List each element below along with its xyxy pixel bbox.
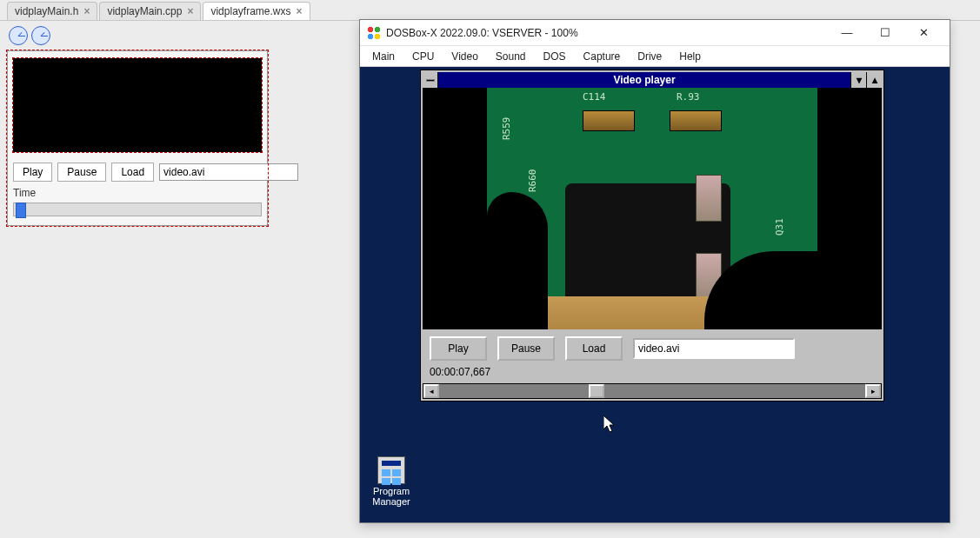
program-manager-icon[interactable]: Program Manager xyxy=(362,456,421,507)
tab-label: vidplayMain.h xyxy=(15,5,78,17)
ide-tab-strip: vidplayMain.h × vidplayMain.cpp × vidpla… xyxy=(0,0,980,21)
videoplayer-titlebar[interactable]: Video player ▾ ▴ xyxy=(423,72,882,88)
scroll-left-button[interactable]: ◂ xyxy=(423,384,439,398)
design-video-panel[interactable] xyxy=(13,58,262,152)
filename-input[interactable] xyxy=(159,163,298,181)
program-manager-glyph-icon xyxy=(377,456,405,484)
minimize-button[interactable]: ▾ xyxy=(850,72,866,88)
tab-label: vidplayMain.cpp xyxy=(107,5,182,17)
videoplayer-title-text: Video player xyxy=(438,74,850,86)
pcb-label: R.93 xyxy=(677,91,700,103)
close-button[interactable]: ✕ xyxy=(904,21,943,45)
icon-label: Manager xyxy=(362,496,421,507)
menu-help[interactable]: Help xyxy=(670,48,710,65)
maximize-button[interactable]: ☐ xyxy=(866,21,904,45)
dosbox-logo-icon xyxy=(367,26,381,40)
system-menu-button[interactable] xyxy=(423,72,438,88)
close-icon[interactable]: × xyxy=(187,5,193,17)
scroll-thumb[interactable] xyxy=(589,384,604,398)
videoplayer-controls: Play Pause Load xyxy=(423,329,882,364)
menu-dos[interactable]: DOS xyxy=(535,48,575,65)
time-label: Time xyxy=(13,187,262,199)
scroll-track[interactable] xyxy=(439,384,865,398)
dosbox-title-text: DOSBox-X 2022.09.0: VSERVER - 100% xyxy=(386,27,578,39)
menu-video[interactable]: Video xyxy=(443,48,486,65)
menu-sound[interactable]: Sound xyxy=(487,48,535,65)
menu-capture[interactable]: Capture xyxy=(575,48,630,65)
dosbox-titlebar[interactable]: DOSBox-X 2022.09.0: VSERVER - 100% — ☐ ✕ xyxy=(360,20,950,46)
ide-tab-vidplayframe-wxs[interactable]: vidplayframe.wxs × xyxy=(203,2,310,20)
videoplayer-body: C114 R.93 R559 R660 Q31 xyxy=(423,88,882,399)
scroll-right-button[interactable]: ▸ xyxy=(865,384,881,398)
pcb-label: R559 xyxy=(501,117,512,141)
pause-button[interactable]: Pause xyxy=(57,163,106,182)
minimize-button[interactable]: — xyxy=(828,21,866,45)
play-button[interactable]: Play xyxy=(430,336,487,361)
load-button[interactable]: Load xyxy=(565,336,623,361)
pcb-label: C114 xyxy=(583,91,606,103)
videoplayer-window: Video player ▾ ▴ C114 R.93 R559 R660 Q31 xyxy=(421,70,883,401)
timer-icon[interactable] xyxy=(31,26,50,45)
ide-tab-vidplaymain-cpp[interactable]: vidplayMain.cpp × xyxy=(99,2,201,20)
close-icon[interactable]: × xyxy=(83,5,90,17)
designer-component-tray xyxy=(7,24,277,47)
pause-button[interactable]: Pause xyxy=(497,336,555,361)
play-button[interactable]: Play xyxy=(13,163,52,182)
timer-icon[interactable] xyxy=(9,26,28,45)
dosbox-menubar: Main CPU Video Sound DOS Capture Drive H… xyxy=(360,46,950,67)
menu-main[interactable]: Main xyxy=(363,48,403,65)
load-button[interactable]: Load xyxy=(111,163,154,182)
time-slider[interactable] xyxy=(13,203,262,216)
icon-label: Program xyxy=(362,486,421,496)
slider-thumb[interactable] xyxy=(16,203,26,218)
maximize-button[interactable]: ▴ xyxy=(866,72,882,88)
time-display: 00:00:07,667 xyxy=(423,364,882,383)
video-frame-image: C114 R.93 R559 R660 Q31 xyxy=(487,88,817,329)
video-area: C114 R.93 R559 R660 Q31 xyxy=(423,88,882,329)
ide-tab-vidplaymain-h[interactable]: vidplayMain.h × xyxy=(7,2,97,20)
emulated-desktop[interactable]: Video player ▾ ▴ C114 R.93 R559 R660 Q31 xyxy=(360,67,950,522)
menu-cpu[interactable]: CPU xyxy=(403,48,443,65)
dosbox-window: DOSBox-X 2022.09.0: VSERVER - 100% — ☐ ✕… xyxy=(359,19,950,523)
filename-input[interactable] xyxy=(633,338,795,359)
close-icon[interactable]: × xyxy=(296,5,302,17)
menu-drive[interactable]: Drive xyxy=(629,48,670,65)
design-form-root[interactable]: Play Pause Load Time xyxy=(7,50,268,226)
tab-label: vidplayframe.wxs xyxy=(210,5,290,17)
seek-scrollbar[interactable]: ◂ ▸ xyxy=(423,383,882,399)
pcb-label: R660 xyxy=(527,169,538,193)
form-designer: Play Pause Load Time xyxy=(7,24,277,226)
pcb-label: Q31 xyxy=(774,218,785,236)
